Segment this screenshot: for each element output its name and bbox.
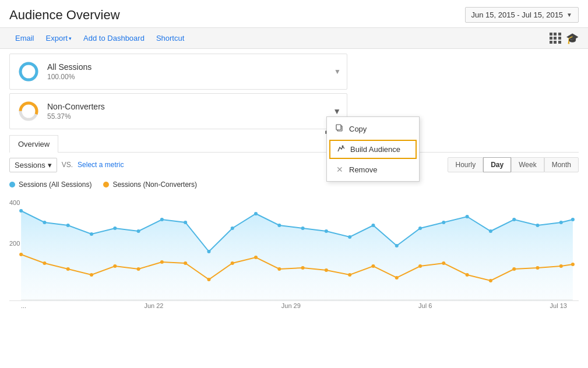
chart-dot xyxy=(90,232,93,236)
time-period-buttons: Hourly Day Week Month xyxy=(448,157,579,172)
chart-dot xyxy=(466,273,469,277)
chart-legend: Sessions (All Sessions) Sessions (Non-Co… xyxy=(9,177,579,191)
email-button[interactable]: Email xyxy=(9,31,40,45)
dropdown-arrow-icon: ▾ xyxy=(48,161,52,169)
month-button[interactable]: Month xyxy=(544,157,579,172)
shortcut-button[interactable]: Shortcut xyxy=(150,31,190,45)
chart-svg xyxy=(9,193,579,301)
svg-point-6 xyxy=(342,146,344,147)
overview-section: Overview Sessions ▾ VS. Select a metric … xyxy=(0,135,588,309)
chart-dot xyxy=(66,267,70,271)
chart-dot xyxy=(90,273,93,277)
chart-dot xyxy=(254,256,258,259)
chart-dot xyxy=(43,221,46,224)
chart-dot xyxy=(231,261,234,265)
chart-dot xyxy=(66,224,70,227)
chart-controls: Sessions ▾ VS. Select a metric Hourly Da… xyxy=(9,153,579,177)
segments-section: All Sessions 100.00% ▼ Non-Converters 55… xyxy=(0,54,588,129)
svg-point-1 xyxy=(20,63,37,80)
all-sessions-legend-label: Sessions (All Sessions) xyxy=(19,181,91,189)
build-audience-menu-item[interactable]: Build Audience xyxy=(329,140,417,159)
blue-area-fill xyxy=(21,211,573,301)
non-converters-chevron-icon[interactable]: ▼ xyxy=(333,107,341,116)
chart-dot xyxy=(559,221,563,224)
chart-dot xyxy=(348,235,351,239)
chart-dot xyxy=(418,227,422,230)
select-metric-link[interactable]: Select a metric xyxy=(78,161,124,169)
legend-item-all-sessions: Sessions (All Sessions) xyxy=(9,181,91,189)
chart-dot xyxy=(137,267,140,271)
metric-selector: Sessions ▾ VS. Select a metric xyxy=(9,158,124,172)
chart-dot xyxy=(207,278,210,281)
day-button[interactable]: Day xyxy=(483,157,511,172)
chart-dot xyxy=(231,227,234,230)
all-sessions-donut xyxy=(17,60,40,83)
non-converters-name: Non-Converters xyxy=(47,102,340,111)
chart-dot xyxy=(254,212,258,215)
x-axis-labels: ... Jun 22 Jun 29 Jul 6 Jul 13 xyxy=(9,301,579,309)
chart-dot xyxy=(442,261,445,265)
tab-overview[interactable]: Overview xyxy=(9,135,58,153)
date-range-text: Jun 15, 2015 - Jul 15, 2015 xyxy=(471,10,564,19)
chart-dot xyxy=(559,264,563,268)
chart-dot xyxy=(277,267,281,271)
remove-icon: ✕ xyxy=(335,165,344,174)
chart-dot xyxy=(184,261,187,265)
page-title: Audience Overview xyxy=(9,8,120,23)
remove-label: Remove xyxy=(349,165,377,174)
vs-label: VS. xyxy=(62,161,73,169)
chart-dot xyxy=(207,250,210,253)
tabs: Overview xyxy=(9,135,579,153)
add-to-dashboard-button[interactable]: Add to Dashboard xyxy=(78,31,150,45)
date-range-picker[interactable]: Jun 15, 2015 - Jul 15, 2015 ▼ xyxy=(465,7,579,23)
chart-dot xyxy=(184,221,187,224)
non-converters-legend-label: Sessions (Non-Converters) xyxy=(112,181,197,189)
chart-dot xyxy=(571,263,575,266)
chart-dot xyxy=(536,224,539,227)
sessions-dropdown[interactable]: Sessions ▾ xyxy=(9,158,57,172)
svg-rect-5 xyxy=(336,125,341,130)
grid-view-icon[interactable] xyxy=(550,33,561,44)
all-sessions-segment: All Sessions 100.00% ▼ xyxy=(9,54,347,90)
help-hat-icon[interactable]: 🎓 xyxy=(566,32,579,45)
date-range-arrow-icon: ▼ xyxy=(566,12,572,18)
all-sessions-chevron-icon[interactable]: ▼ xyxy=(334,68,341,76)
non-converters-pct: 55.37% xyxy=(47,112,340,121)
non-converters-donut xyxy=(17,100,40,123)
chart-dot xyxy=(160,260,164,264)
legend-item-non-converters: Sessions (Non-Converters) xyxy=(103,181,197,189)
chart-area: 400 200 xyxy=(9,193,579,301)
chart-dot xyxy=(371,264,375,268)
chart-dot xyxy=(19,209,23,213)
build-audience-label: Build Audience xyxy=(350,145,400,154)
chart-dot xyxy=(19,253,23,256)
chart-dot xyxy=(325,229,328,233)
y-label-400: 400 xyxy=(9,199,20,206)
chart-dot xyxy=(348,273,351,277)
chart-dot xyxy=(512,267,516,271)
all-sessions-name: All Sessions xyxy=(47,62,340,72)
chart-dot xyxy=(536,266,539,270)
all-sessions-legend-dot xyxy=(9,182,15,187)
all-sessions-pct: 100.00% xyxy=(47,73,340,81)
chart-dot xyxy=(371,224,375,227)
chart-dot xyxy=(571,218,575,221)
non-converters-segment: Non-Converters 55.37% ▼ xyxy=(9,93,347,129)
remove-menu-item[interactable]: ✕ Remove xyxy=(327,160,419,179)
toolbar: Email Export ▾ Add to Dashboard Shortcut… xyxy=(0,28,588,49)
chart-dot xyxy=(512,218,516,221)
context-menu: Copy Build Audience ✕ Remove xyxy=(326,116,420,182)
chart-dot xyxy=(277,224,281,227)
chart-dot xyxy=(489,229,492,233)
x-label-start: ... xyxy=(21,302,26,309)
hourly-button[interactable]: Hourly xyxy=(448,157,483,172)
copy-menu-item[interactable]: Copy xyxy=(327,119,419,139)
copy-label: Copy xyxy=(349,125,367,133)
chart-dot xyxy=(466,215,469,218)
export-button[interactable]: Export ▾ xyxy=(40,31,78,45)
chart-dot xyxy=(43,261,46,265)
chart-dot xyxy=(395,244,399,247)
page-header: Audience Overview Jun 15, 2015 - Jul 15,… xyxy=(0,0,588,28)
week-button[interactable]: Week xyxy=(511,157,544,172)
non-converters-legend-dot xyxy=(103,182,109,187)
